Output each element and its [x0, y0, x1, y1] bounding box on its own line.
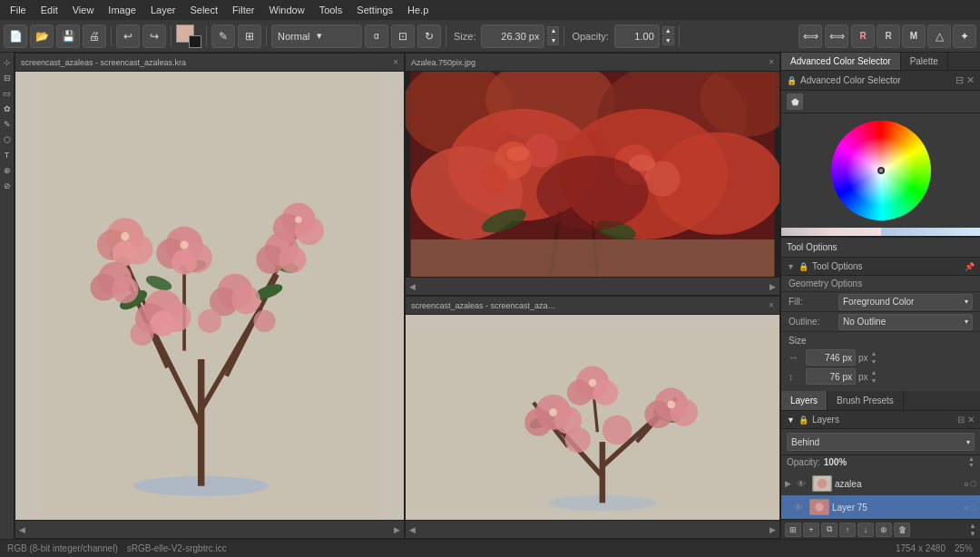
tool-brush[interactable]: ✎ [1, 118, 14, 131]
canvas1-close-btn[interactable]: × [393, 57, 398, 67]
menu-settings[interactable]: Settings [350, 3, 399, 17]
redo-button[interactable]: ↪ [142, 24, 166, 48]
menu-edit[interactable]: Edit [34, 3, 64, 17]
menu-view[interactable]: View [66, 3, 101, 17]
azalea-visibility-icon[interactable]: 👁 [797, 479, 809, 489]
layers-close-btn[interactable]: ✕ [967, 415, 975, 425]
menu-layer[interactable]: Layer [144, 3, 182, 17]
color-wheel-dot[interactable] [877, 167, 885, 174]
mirror-h-button[interactable]: ⟺ [799, 24, 822, 48]
size-input[interactable] [481, 24, 544, 48]
new-document-button[interactable]: 📄 [4, 24, 27, 48]
size-width-input[interactable] [806, 349, 856, 366]
merge-layers-btn[interactable]: ⊕ [876, 523, 892, 537]
opacity-up-btn[interactable]: ▲ [968, 455, 975, 462]
canvas3-scroll-left[interactable]: ◀ [409, 525, 416, 534]
channel-r-button[interactable]: R [851, 24, 875, 48]
tab-layers[interactable]: Layers [781, 391, 828, 410]
tab-palette[interactable]: Palette [901, 53, 948, 70]
tool-grid-button[interactable]: ⊞ [238, 24, 261, 48]
tab-brush-presets[interactable]: Brush Presets [828, 391, 904, 410]
geometry-options-header[interactable]: ▼ 🔒 Tool Options 📌 [781, 258, 980, 276]
menu-help[interactable]: He.p [401, 3, 435, 17]
layers-scroll-down[interactable]: ▼ [969, 530, 976, 538]
mirror-v-button[interactable]: ⟺ [825, 24, 848, 48]
size-height-spin[interactable]: ▲ ▼ [871, 368, 877, 385]
menu-select[interactable]: Select [183, 3, 224, 17]
size-up-btn[interactable]: ▲ [547, 26, 559, 35]
menu-file[interactable]: File [4, 3, 33, 17]
print-button[interactable]: 🖨 [83, 24, 106, 48]
canvas2-content[interactable] [406, 72, 779, 277]
size-width-spin[interactable]: ▲ ▼ [871, 349, 877, 366]
menu-image[interactable]: Image [102, 3, 142, 17]
azalea-expand-icon[interactable]: ▶ [785, 479, 794, 488]
canvas1-content[interactable] [15, 72, 404, 520]
canvas1-scroll-left[interactable]: ◀ [19, 525, 25, 534]
canvas3-content[interactable] [406, 315, 779, 520]
tool-zoom[interactable]: ⊕ [1, 164, 14, 177]
layers-collapse-arrow[interactable]: ▼ [787, 415, 795, 425]
menu-filter[interactable]: Filter [226, 3, 260, 17]
fill-dropdown[interactable]: Foreground Color [838, 294, 973, 310]
layers-pin-btn[interactable]: ⊟ [957, 415, 965, 425]
brush-dynamics-button[interactable]: △ [927, 24, 951, 48]
blend-mode-dropdown[interactable]: Normal [271, 24, 362, 48]
size-height-up[interactable]: ▲ [871, 368, 877, 376]
move-layer-down-btn[interactable]: ↓ [858, 523, 874, 537]
outline-dropdown[interactable]: No Outline [838, 314, 973, 330]
add-layer-btn[interactable]: + [803, 523, 819, 537]
canvas2-scroll-left[interactable]: ◀ [409, 282, 416, 291]
settings-button[interactable]: ✦ [953, 24, 976, 48]
canvas3-scroll-right[interactable]: ▶ [769, 525, 776, 534]
size-height-down[interactable]: ▼ [871, 376, 877, 385]
size-spin[interactable]: ▲ ▼ [547, 26, 559, 46]
color-wheel[interactable] [831, 121, 931, 220]
color-wheel-container[interactable] [781, 113, 980, 228]
color-panel-close-btn[interactable]: ✕ [966, 74, 975, 86]
color-tool-btn[interactable]: ⬟ [787, 93, 803, 110]
move-layer-up-btn[interactable]: ↑ [839, 523, 856, 537]
duplicate-layer-btn[interactable]: ⧉ [821, 523, 838, 537]
channel-r2-button[interactable]: R [877, 24, 900, 48]
canvas3-close-btn[interactable]: × [769, 300, 774, 310]
tool-eyedrop[interactable]: ⊘ [1, 180, 14, 192]
menu-tools[interactable]: Tools [313, 3, 349, 17]
layer-item-75[interactable]: 👁 Layer 75 α ⬡ [781, 495, 980, 519]
tool-freehand[interactable]: ✿ [1, 103, 14, 115]
color-panel-menu-btn[interactable]: ⊟ [956, 74, 964, 86]
tool-options-btn[interactable]: Tool Options [781, 238, 980, 258]
canvas2-close-btn[interactable]: × [769, 57, 774, 67]
channel-m-button[interactable]: M [902, 24, 926, 48]
save-button[interactable]: 💾 [56, 24, 80, 48]
opacity-up-btn[interactable]: ▲ [662, 26, 674, 35]
layer75-visibility-icon[interactable]: 👁 [794, 503, 807, 513]
tool-transform[interactable]: ⊟ [1, 72, 14, 84]
canvas2-scroll-right[interactable]: ▶ [769, 282, 776, 291]
tool-pointer[interactable]: ⊹ [1, 56, 14, 69]
delete-layer-btn[interactable]: 🗑 [894, 523, 910, 537]
tool-select-rect[interactable]: ▭ [1, 87, 14, 100]
opacity-spin[interactable]: ▲ ▼ [662, 26, 674, 46]
layers-scroll-up[interactable]: ▲ [969, 522, 976, 530]
add-layer-group-btn[interactable]: ⊞ [785, 523, 801, 537]
size-height-input[interactable] [806, 368, 856, 385]
refresh-button[interactable]: ↻ [417, 24, 441, 48]
open-button[interactable]: 📂 [30, 24, 54, 48]
tool-fill[interactable]: ⬡ [1, 133, 14, 146]
size-width-down[interactable]: ▼ [871, 357, 877, 366]
size-down-btn[interactable]: ▼ [547, 36, 559, 45]
size-width-up[interactable]: ▲ [871, 349, 877, 357]
opacity-down-btn[interactable]: ▼ [662, 36, 674, 45]
opacity-down-btn[interactable]: ▼ [968, 462, 975, 468]
opacity-spin[interactable]: ▲ ▼ [968, 455, 975, 468]
tool-text[interactable]: T [1, 149, 14, 161]
undo-button[interactable]: ↩ [116, 24, 140, 48]
tool-paint-button[interactable]: ✎ [211, 24, 235, 48]
blend-mode-layers-dropdown[interactable]: Behind [787, 433, 975, 451]
erase-button[interactable]: ⊡ [391, 24, 415, 48]
menu-window[interactable]: Window [263, 3, 311, 17]
canvas1-scroll-right[interactable]: ▶ [394, 525, 400, 534]
layer-item-azalea[interactable]: ▶ 👁 azalea α ⬡ [781, 472, 980, 495]
opacity-input[interactable] [614, 24, 660, 48]
